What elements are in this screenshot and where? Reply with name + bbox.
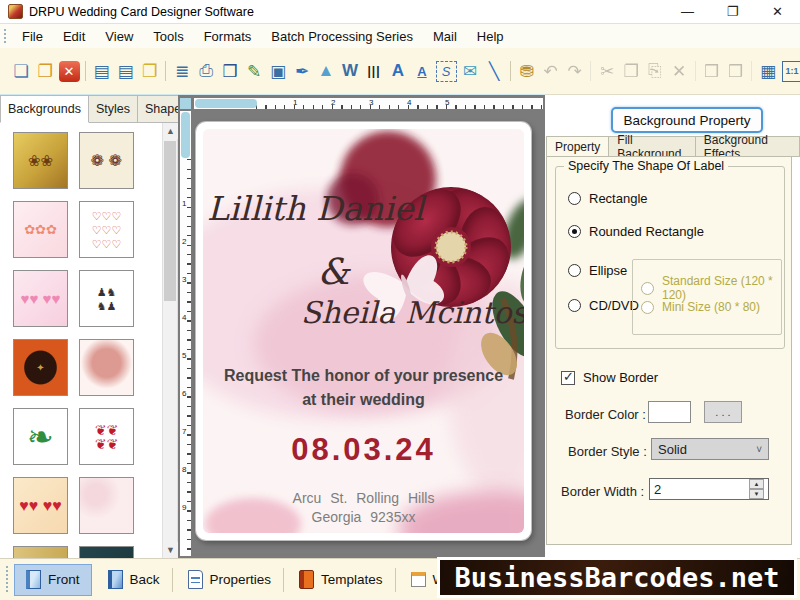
thumbnails-scrollbar[interactable]: ▲ ▼: [162, 123, 177, 558]
app-icon: [8, 4, 23, 19]
gold-ornate-background[interactable]: [13, 546, 68, 558]
dancing-couples-background[interactable]: ♟♞ ♞♟: [79, 270, 134, 327]
ampersand[interactable]: &: [203, 251, 494, 292]
print-preview-icon[interactable]: ≣: [171, 58, 194, 84]
save-icon[interactable]: ▤: [90, 58, 113, 84]
background-property-button[interactable]: Background Property: [611, 107, 763, 133]
menu-item[interactable]: Formats: [194, 29, 262, 44]
properties-button[interactable]: Properties: [176, 564, 284, 596]
ganesha-rug-background[interactable]: ✦: [13, 339, 68, 396]
invite-line-1[interactable]: Request The honor of your presence: [203, 367, 524, 385]
spinner-down-icon[interactable]: ▼: [749, 489, 764, 499]
address-line-1[interactable]: Arcu St. Rolling Hills: [203, 490, 524, 506]
insert-text-icon[interactable]: A: [387, 58, 410, 84]
send-mail-icon[interactable]: ✉: [459, 58, 482, 84]
copy-icon[interactable]: ❐: [620, 58, 643, 84]
spinner-up-icon[interactable]: ▲: [749, 479, 764, 489]
property-tab[interactable]: Fill Background: [609, 136, 695, 157]
groom-name[interactable]: Sheila Mcintosh: [263, 295, 524, 330]
radio-dot[interactable]: [568, 192, 581, 205]
ungroup-icon[interactable]: ❒: [724, 58, 747, 84]
gold-floral-background[interactable]: ❀❀: [13, 132, 68, 189]
front-button[interactable]: Front: [14, 564, 92, 596]
open-file-icon[interactable]: ❐: [34, 58, 57, 84]
restore-icon[interactable]: ❐: [710, 0, 755, 24]
watermark-text-icon[interactable]: W: [339, 58, 362, 84]
left-panel-tab[interactable]: Styles: [89, 95, 138, 123]
menu-item[interactable]: Help: [467, 29, 514, 44]
templates-button[interactable]: Templates: [287, 564, 395, 596]
address-line-2[interactable]: Georgia 9235xx: [203, 509, 524, 525]
edit-image-icon[interactable]: ✎: [243, 58, 266, 84]
delete-object-icon[interactable]: ✕: [668, 58, 691, 84]
menu-item[interactable]: Tools: [143, 29, 193, 44]
scroll-up-icon[interactable]: ▲: [163, 123, 178, 139]
rose-petals-background[interactable]: ❦❦ ❦❦: [79, 408, 134, 465]
border-color-browse-button[interactable]: . . .: [704, 401, 742, 423]
pen-tool-icon[interactable]: ✒: [291, 58, 314, 84]
redo-icon[interactable]: ↷: [563, 58, 586, 84]
minimize-icon[interactable]: —: [665, 0, 710, 24]
border-color-swatch[interactable]: [648, 401, 691, 423]
wedding-card[interactable]: Lillith Daniel & Sheila Mcintosh Request…: [196, 122, 531, 540]
checkbox-box[interactable]: [561, 371, 575, 385]
database-icon[interactable]: ⛃: [515, 58, 538, 84]
paisley-background[interactable]: ❁ ❁: [79, 132, 134, 189]
shape-radio[interactable]: Ellipse: [568, 263, 627, 278]
border-width-label: Border Width :: [561, 484, 644, 499]
menu-item[interactable]: Edit: [53, 29, 95, 44]
export-folder-icon[interactable]: ❐: [138, 58, 161, 84]
border-style-select[interactable]: Solid ˅: [651, 438, 769, 460]
new-document-icon[interactable]: ❏: [10, 58, 33, 84]
print-icon[interactable]: ⎙: [195, 58, 218, 84]
dark-rose-background[interactable]: ✿: [79, 546, 134, 558]
group-icon[interactable]: ❒: [700, 58, 723, 84]
draw-line-icon[interactable]: ╲: [483, 58, 506, 84]
radio-dot[interactable]: [568, 299, 581, 312]
vertical-ruler: 123456789: [180, 111, 191, 556]
shape-radio[interactable]: CD/DVD: [568, 298, 639, 313]
paste-icon[interactable]: ⎘: [644, 58, 667, 84]
hearts-collage-background[interactable]: ♥♥ ♥♥: [13, 477, 68, 534]
border-width-input[interactable]: 2 ▲ ▼: [649, 478, 769, 500]
pink-lace-background[interactable]: [79, 477, 134, 534]
menu-item[interactable]: Mail: [423, 29, 467, 44]
leaf-ganesha-background[interactable]: ❧: [13, 408, 68, 465]
show-grid-icon[interactable]: ▦: [757, 58, 780, 84]
wedding-date[interactable]: 08.03.24: [203, 432, 524, 468]
design-canvas[interactable]: 12345 123456789: [178, 95, 545, 558]
add-image-icon[interactable]: ▣: [267, 58, 290, 84]
undo-icon[interactable]: ↶: [539, 58, 562, 84]
radio-dot[interactable]: [568, 225, 581, 238]
close-icon[interactable]: ✕: [755, 0, 800, 24]
heart-outlines-background[interactable]: ♡♡♡ ♡♡♡ ♡♡♡: [79, 201, 134, 258]
bride-name[interactable]: Lillith Daniel: [203, 189, 476, 228]
shape-radio[interactable]: Rectangle: [568, 191, 648, 206]
menu-item[interactable]: File: [12, 29, 53, 44]
pink-flowers-background[interactable]: ✿✿✿: [13, 201, 68, 258]
back-button[interactable]: Back: [96, 564, 172, 596]
elephant-head-background[interactable]: [79, 339, 134, 396]
cut-icon[interactable]: ✂: [596, 58, 619, 84]
property-tab[interactable]: Property: [546, 136, 609, 157]
radio-dot[interactable]: [568, 264, 581, 277]
menu-item[interactable]: View: [95, 29, 143, 44]
shape-radio[interactable]: Rounded Rectangle: [568, 224, 704, 239]
show-border-checkbox[interactable]: Show Border: [561, 370, 658, 385]
close-file-icon[interactable]: ✕: [58, 58, 81, 84]
barcode-icon[interactable]: |||: [363, 58, 386, 84]
copies-icon[interactable]: ❒: [219, 58, 242, 84]
format-text-icon[interactable]: A: [411, 58, 434, 84]
property-tab[interactable]: Background Effects: [696, 136, 800, 157]
scrollbar-thumb[interactable]: [164, 141, 176, 301]
actual-size-icon[interactable]: 1:1: [781, 58, 800, 84]
scroll-down-icon[interactable]: ▼: [163, 542, 178, 558]
left-panel-tab[interactable]: Backgrounds: [0, 95, 89, 123]
menu-item[interactable]: Batch Processing Series: [261, 29, 423, 44]
border-width-spinner[interactable]: ▲ ▼: [749, 479, 764, 499]
signature-icon[interactable]: S: [435, 58, 458, 84]
save-as-icon[interactable]: ▤: [114, 58, 137, 84]
invite-line-2[interactable]: at their wedding: [203, 391, 524, 409]
insert-shape-icon[interactable]: ▲: [315, 58, 338, 84]
pink-hearts-background[interactable]: ♥♥ ♥♥: [13, 270, 68, 327]
